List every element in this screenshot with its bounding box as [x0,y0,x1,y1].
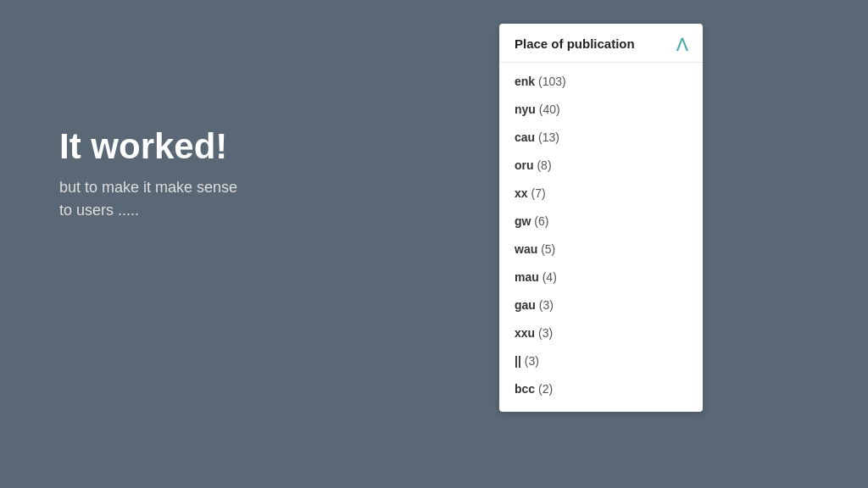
item-count: (3) [538,326,553,340]
item-count: (4) [542,270,557,284]
sub-text-line1-text: but to make it make sense [59,179,237,196]
list-item[interactable]: mau (4) [499,263,703,291]
item-code: cau [515,130,538,144]
sub-text-line1: but to make it make sense to users ..... [59,176,237,222]
item-code: gau [515,298,539,312]
list-item[interactable]: xx (7) [499,180,703,208]
item-count: (103) [538,75,566,88]
sub-text-line2-text: to users ..... [59,202,139,219]
item-code: mau [515,270,542,284]
list-item[interactable]: nyu (40) [499,96,703,124]
item-count: (2) [538,382,553,396]
list-item[interactable]: xxu (3) [499,319,703,347]
item-count: (5) [541,242,555,256]
publication-panel: Place of publication ⋀ enk (103)nyu (40)… [499,24,703,412]
item-count: (3) [539,298,554,312]
item-code: bcc [515,382,538,396]
item-code: wau [515,242,541,256]
list-item[interactable]: cau (13) [499,124,703,152]
item-code: oru [515,158,537,172]
list-item[interactable]: gw (6) [499,208,703,236]
item-count: (40) [539,103,560,116]
item-count: (6) [534,214,548,228]
panel-title: Place of publication [515,36,635,51]
list-item[interactable]: || (3) [499,347,703,375]
item-code: gw [515,214,534,228]
chevron-up-icon[interactable]: ⋀ [676,36,687,52]
item-code: xxu [515,326,538,340]
item-count: (8) [537,158,551,172]
list-item[interactable]: wau (5) [499,236,703,263]
item-code: enk [515,75,538,88]
list-item[interactable]: enk (103) [499,68,703,96]
main-heading: It worked! [59,127,237,166]
item-code: nyu [515,103,539,116]
item-count: (3) [525,354,539,368]
panel-list: enk (103)nyu (40)cau (13)oru (8)xx (7)gw… [499,63,703,412]
list-item[interactable]: gau (3) [499,291,703,319]
left-content: It worked! but to make it make sense to … [59,127,237,222]
item-count: (13) [538,130,559,144]
list-item[interactable]: bcc (2) [499,375,703,403]
panel-header: Place of publication ⋀ [499,24,703,63]
item-count: (7) [531,186,545,200]
item-code: xx [515,186,531,200]
item-code: || [515,354,525,368]
list-item[interactable]: oru (8) [499,152,703,180]
